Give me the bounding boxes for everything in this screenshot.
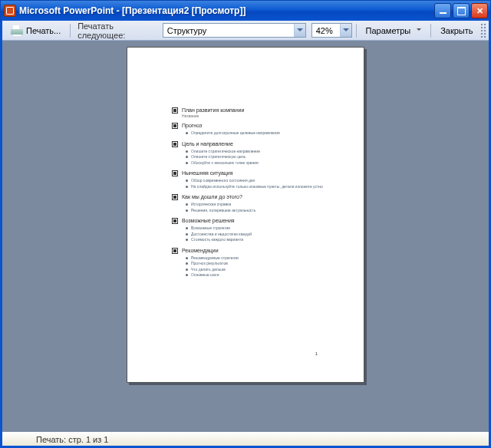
window-controls — [434, 3, 488, 18]
close-preview-label: Закрыть — [440, 26, 473, 35]
slide-bullet: Решения, потерявшие актуальность — [186, 208, 345, 214]
slide-bullet: Определите долгосрочные целевые направле… — [186, 130, 345, 137]
preview-workspace[interactable]: План развития компанииНазваниеПрогнозОпр… — [2, 41, 489, 432]
slide-bullets: Опишите стратегическое направлениеОпишит… — [186, 149, 345, 166]
slide-bullet: Историческая справка — [186, 202, 345, 208]
status-text: Печать: стр. 1 из 1 — [36, 435, 108, 444]
slide-icon — [172, 123, 178, 129]
slide-bullet: Обзор современного состояния дел — [186, 178, 345, 184]
options-button[interactable]: Параметры — [361, 24, 427, 38]
outline-slide: РекомендацииРекомендуемые стратегииПрогн… — [172, 248, 345, 278]
slide-icon — [172, 141, 178, 147]
slide-title: Как мы дошли до этого? — [182, 194, 242, 199]
slide-bullet: Достоинства и недостатки каждой — [186, 232, 345, 238]
toolbar-grip[interactable] — [480, 23, 486, 38]
slide-bullets: Историческая справкаРешения, потерявшие … — [186, 202, 345, 213]
slide-bullet: Основные шаги — [186, 272, 345, 278]
separator — [430, 24, 431, 38]
print-what-label: Печатать следующее: — [74, 21, 161, 40]
zoom-combo[interactable]: 42% — [311, 23, 352, 38]
print-button[interactable]: Печать... — [5, 23, 66, 38]
slide-title: Возможные решения — [182, 218, 235, 223]
print-button-label: Печать... — [26, 26, 61, 35]
slide-bullet: Рекомендуемые стратегии — [186, 255, 345, 262]
window-title: Microsoft PowerPoint - [Презентация2 [Пр… — [19, 5, 434, 16]
outline-slide: Как мы дошли до этого?Историческая справ… — [172, 194, 345, 213]
maximize-button[interactable] — [453, 3, 470, 18]
slide-subtitle: Название — [182, 114, 345, 118]
print-what-value: Структуру — [163, 26, 294, 35]
slide-bullets: Возможные стратегииДостоинства и недоста… — [186, 226, 345, 243]
slide-icon — [172, 194, 178, 200]
options-label: Параметры — [366, 26, 411, 35]
close-preview-button[interactable]: Закрыть — [435, 24, 478, 38]
slide-bullet: На слайдах используйте только основные п… — [186, 184, 345, 190]
app-icon — [4, 5, 16, 17]
slide-bullet: Прогноз результатов — [186, 261, 345, 267]
print-icon — [11, 25, 23, 36]
slide-title: План развития компании — [182, 107, 244, 113]
outline-slide: План развития компанииНазвание — [172, 107, 345, 118]
slide-bullet: Стоимость каждого варианта — [186, 237, 345, 243]
separator — [356, 24, 357, 38]
slide-bullet: Возможные стратегии — [186, 226, 345, 232]
outline-slide: ПрогнозОпределите долгосрочные целевые н… — [172, 123, 345, 137]
slide-bullets: Обзор современного состояния делНа слайд… — [186, 178, 345, 189]
page-number: 1 — [315, 351, 318, 356]
close-window-button[interactable] — [471, 3, 488, 18]
slide-bullet: Обоснуйте с нескольких точек зрения — [186, 160, 345, 166]
slide-bullet: Опишите стратегическое направление — [186, 149, 345, 155]
slide-icon — [172, 170, 178, 176]
statusbar: Печать: стр. 1 из 1 — [2, 432, 489, 446]
slide-icon — [172, 107, 178, 114]
print-preview-toolbar: Печать... Печатать следующее: Структуру … — [2, 21, 489, 41]
slide-title: Рекомендации — [182, 248, 219, 253]
outline-slide: Возможные решенияВозможные стратегииДост… — [172, 218, 345, 243]
print-what-combo[interactable]: Структуру — [163, 23, 306, 38]
slide-icon — [172, 248, 178, 254]
chevron-down-icon[interactable] — [294, 24, 305, 37]
outline-slide: Цель и направлениеОпишите стратегическое… — [172, 141, 345, 166]
app-frame: Печать... Печатать следующее: Структуру … — [0, 21, 491, 448]
slide-title: Цель и направление — [182, 141, 233, 147]
titlebar[interactable]: Microsoft PowerPoint - [Презентация2 [Пр… — [0, 0, 491, 21]
slide-bullet: Что делать дальше — [186, 267, 345, 273]
separator — [70, 24, 71, 38]
outline-slide: Нынешняя ситуацияОбзор современного сост… — [172, 170, 345, 189]
slide-title: Нынешняя ситуация — [182, 170, 233, 176]
slide-bullets: Определите долгосрочные целевые направле… — [186, 130, 345, 137]
preview-page: План развития компанииНазваниеПрогнозОпр… — [127, 47, 364, 383]
outline-content: План развития компанииНазваниеПрогнозОпр… — [172, 107, 345, 283]
slide-bullets: Рекомендуемые стратегииПрогноз результат… — [186, 255, 345, 278]
slide-bullet: Опишите стратегическую цель — [186, 154, 345, 160]
minimize-button[interactable] — [434, 3, 451, 18]
zoom-value: 42% — [312, 26, 340, 35]
chevron-down-icon[interactable] — [340, 24, 351, 37]
slide-title: Прогноз — [182, 123, 202, 128]
slide-icon — [172, 218, 178, 224]
